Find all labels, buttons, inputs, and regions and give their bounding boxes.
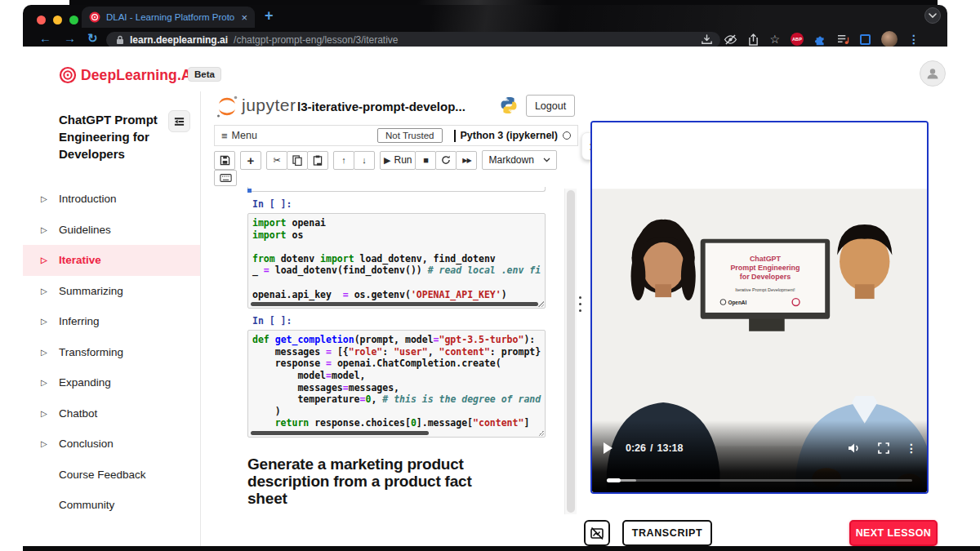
cell-type-value: Markdown [488, 154, 533, 166]
reload-button[interactable]: ↻ [87, 30, 98, 47]
chevron-down-icon [929, 13, 937, 18]
logout-button[interactable]: Logout [526, 95, 575, 117]
sidebar-item-label: Chatbot [59, 407, 97, 420]
run-cell-button[interactable]: ▶ Run [380, 151, 416, 170]
lesson-play-icon: ▷ [41, 194, 59, 203]
zoom-window-button[interactable] [69, 16, 78, 24]
sidebar-item-chatbot[interactable]: ▷Chatbot [23, 398, 200, 429]
video-menu-icon[interactable]: ⋮ [906, 442, 917, 455]
url-host: learn.deeplearning.ai [130, 34, 228, 46]
sidebar-item-conclusion[interactable]: ▷Conclusion [23, 429, 200, 460]
toggle-video-button[interactable] [584, 520, 610, 546]
played-bar [607, 478, 621, 482]
cell-input-prompt: In [ ]: [252, 315, 546, 327]
stop-kernel-button[interactable]: ■ [415, 151, 436, 170]
sidebar-item-guidelines[interactable]: ▷Guidelines [23, 215, 200, 246]
add-cell-button[interactable]: + [240, 151, 261, 170]
window-chevron-button[interactable] [924, 7, 941, 24]
bookmark-star-icon[interactable]: ☆ [769, 33, 780, 45]
lesson-play-icon: ▷ [41, 287, 59, 295]
notebook-scrollbar[interactable] [564, 189, 577, 514]
cell-horizontal-scrollbar[interactable] [251, 302, 538, 306]
video-off-icon [590, 527, 604, 540]
not-trusted-button[interactable]: Not Trusted [377, 128, 442, 143]
lesson-play-icon: ▷ [41, 409, 59, 418]
panel-drag-handle[interactable] [579, 296, 581, 312]
eye-off-icon[interactable] [724, 34, 737, 45]
sidebar-item-iterative[interactable]: ▷Iterative [23, 245, 200, 276]
adblock-extension-icon[interactable]: ABP [791, 33, 804, 46]
slide-subtitle: Iterative Prompt Development! [735, 287, 795, 292]
cell-type-select[interactable]: Markdown [482, 150, 557, 170]
save-page-icon[interactable] [701, 33, 713, 46]
kernel-status-icon [563, 131, 571, 140]
sidebar-item-summarizing[interactable]: ▷Summarizing [23, 276, 200, 307]
window-controls[interactable] [37, 16, 78, 24]
sidebar-extension-icon[interactable] [860, 34, 871, 45]
notebook-scroll-area[interactable]: In [ ]:import openaiimport os from doten… [215, 187, 564, 516]
video-player[interactable]: ChatGPT Prompt Engineering for Developer… [590, 121, 929, 494]
sidebar-item-label: Guidelines [59, 224, 111, 236]
address-bar[interactable]: learn.deeplearning.ai/chatgpt-prompt-eng… [106, 32, 720, 48]
extensions-puzzle-icon[interactable] [814, 33, 826, 46]
sidebar-item-inferring[interactable]: ▷Inferring [23, 306, 200, 337]
volume-icon[interactable] [848, 442, 862, 454]
sidebar-item-course-feedback[interactable]: Course Feedback [23, 460, 200, 491]
move-cell-down-button[interactable]: ↓ [354, 151, 375, 170]
video-progress-bar[interactable] [607, 479, 912, 482]
sidebar-item-community[interactable]: Community [23, 490, 200, 521]
cell-resize-grip[interactable] [538, 301, 544, 307]
menu-label: Menu [232, 130, 257, 141]
screen: DLAI - Learning Platform Proto × + ← → ↻… [0, 0, 980, 551]
close-window-button[interactable] [37, 16, 46, 24]
browser-menu-icon[interactable]: ⋮ [908, 33, 920, 46]
profile-avatar[interactable] [881, 31, 898, 47]
notebook-title[interactable]: l3-iterative-prompt-develop... [297, 100, 466, 113]
save-button[interactable] [214, 151, 235, 170]
cell-horizontal-scrollbar[interactable] [251, 431, 429, 435]
menu-button[interactable]: ≡ Menu [221, 130, 257, 142]
copy-icon [292, 155, 302, 166]
next-lesson-button[interactable]: NEXT LESSON [849, 520, 938, 546]
sidebar-item-transforming[interactable]: ▷Transforming [23, 337, 200, 368]
hamburger-icon: ≡ [221, 130, 228, 142]
time-current: 0:26 [626, 442, 646, 454]
sidebar-item-expanding[interactable]: ▷Expanding [23, 367, 200, 398]
time-duration: 13:18 [657, 442, 684, 454]
browser-tab[interactable]: DLAI - Learning Platform Proto × [82, 7, 255, 28]
code-cell[interactable]: def get_completion(prompt, model="gpt-3.… [247, 330, 546, 438]
user-avatar[interactable] [920, 60, 946, 87]
play-button[interactable] [604, 442, 612, 454]
back-button[interactable]: ← [39, 30, 51, 47]
lesson-play-icon: ▷ [41, 439, 59, 448]
share-icon[interactable] [748, 33, 759, 46]
tab-title: DLAI - Learning Platform Proto [106, 12, 235, 22]
paste-cell-button[interactable] [307, 151, 328, 170]
copy-cell-button[interactable] [287, 151, 308, 170]
lesson-play-icon: ▷ [41, 317, 59, 326]
minimize-window-button[interactable] [53, 16, 62, 24]
cut-cell-button[interactable]: ✂ [266, 151, 287, 170]
chevron-down-icon [543, 158, 550, 162]
cell-resize-grip[interactable] [538, 430, 544, 436]
beta-badge: Beta [188, 67, 221, 82]
move-cell-up-button[interactable]: ↑ [333, 151, 354, 170]
video-controls: 0:26 / 13:18 ⋮ [592, 420, 927, 492]
new-tab-button[interactable]: + [265, 7, 274, 24]
forward-button[interactable]: → [64, 30, 76, 47]
python-icon [500, 96, 518, 114]
transcript-button[interactable]: TRANSCRIPT [622, 520, 712, 546]
video-time: 0:26 / 13:18 [626, 442, 684, 454]
restart-kernel-button[interactable] [435, 151, 457, 170]
restart-run-all-button[interactable]: ▶▶ [456, 151, 477, 170]
browser-chrome: DLAI - Learning Platform Proto × + ← → ↻… [23, 5, 947, 47]
playlist-extension-icon[interactable] [837, 34, 849, 45]
tab-close-icon[interactable]: × [241, 12, 247, 23]
command-palette-button[interactable] [214, 170, 237, 186]
sidebar-item-label: Iterative [59, 254, 101, 266]
fullscreen-icon[interactable] [878, 442, 889, 454]
code-cell[interactable]: import openaiimport os from dotenv impor… [247, 213, 546, 309]
sidebar-item-introduction[interactable]: ▷Introduction [23, 184, 200, 215]
sidebar-collapse-button[interactable] [168, 110, 190, 132]
deeplearning-logo[interactable]: DeepLearning.AI [59, 66, 196, 84]
